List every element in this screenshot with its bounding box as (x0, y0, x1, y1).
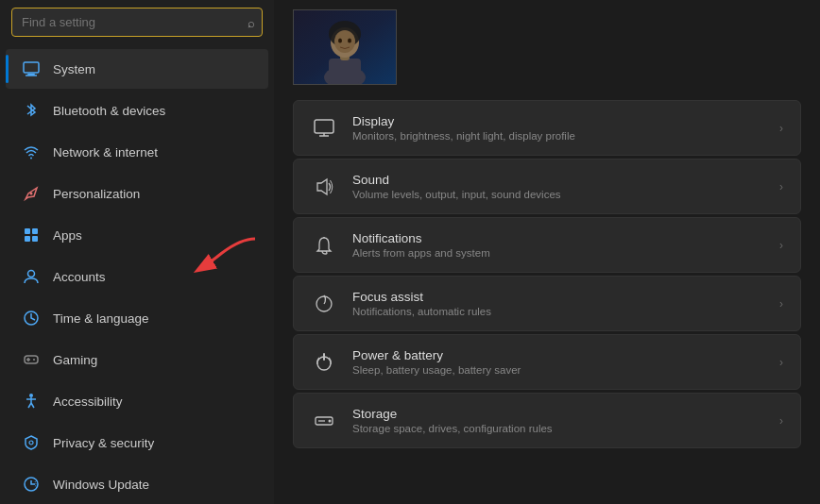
svg-point-20 (29, 441, 33, 445)
settings-row-display[interactable]: Display Monitors, brightness, night ligh… (293, 100, 801, 156)
sidebar-item-gaming[interactable]: Gaming (6, 340, 268, 379)
storage-icon (311, 408, 337, 434)
profile-section (293, 9, 801, 85)
storage-text: Storage Storage space, drives, configura… (352, 407, 553, 434)
sidebar-item-label-personalization: Personalization (53, 187, 140, 201)
sidebar: ⌕ System Bluetooth & devices (0, 0, 274, 504)
update-icon (21, 474, 42, 495)
sidebar-item-accounts[interactable]: Accounts (6, 257, 268, 296)
svg-point-3 (30, 158, 32, 160)
sound-text: Sound Volume levels, output, input, soun… (352, 173, 561, 200)
focus-icon (311, 291, 337, 317)
display-icon (311, 115, 337, 142)
focus-arrow: › (779, 297, 783, 311)
sidebar-item-label-apps: Apps (53, 228, 82, 243)
sidebar-item-label-accounts: Accounts (53, 270, 106, 284)
settings-row-storage[interactable]: Storage Storage space, drives, configura… (293, 393, 801, 448)
svg-point-14 (33, 359, 35, 361)
sidebar-item-personalization[interactable]: Personalization (6, 174, 268, 213)
sidebar-item-privacy[interactable]: Privacy & security (6, 423, 268, 462)
display-title: Display (352, 114, 575, 128)
search-icon: ⌕ (248, 15, 255, 29)
settings-row-power[interactable]: Power & battery Sleep, battery usage, ba… (293, 334, 801, 390)
apps-icon (21, 225, 42, 245)
gaming-icon (21, 349, 42, 370)
storage-title: Storage (352, 407, 553, 421)
notifications-arrow: › (779, 239, 783, 252)
sidebar-item-bluetooth[interactable]: Bluetooth & devices (6, 91, 268, 130)
sound-desc: Volume levels, output, input, sound devi… (352, 189, 561, 200)
sidebar-item-label-network: Network & internet (53, 145, 158, 160)
sound-title: Sound (352, 173, 561, 187)
svg-rect-0 (24, 62, 39, 73)
sidebar-item-label-time: Time & language (53, 311, 149, 326)
time-icon (21, 308, 42, 328)
sidebar-item-update[interactable]: Windows Update (6, 464, 268, 504)
svg-point-29 (338, 39, 342, 43)
settings-row-notifications[interactable]: Notifications Alerts from apps and syste… (293, 217, 801, 273)
display-text: Display Monitors, brightness, night ligh… (352, 114, 575, 142)
svg-point-9 (28, 271, 35, 277)
svg-point-30 (348, 39, 351, 43)
display-desc: Monitors, brightness, night light, displ… (352, 130, 575, 142)
avatar-image (293, 9, 397, 85)
sound-icon (311, 174, 337, 200)
storage-desc: Storage space, drives, configuration rul… (352, 423, 553, 434)
sidebar-item-label-bluetooth: Bluetooth & devices (53, 104, 165, 118)
settings-row-sound[interactable]: Sound Volume levels, output, input, soun… (293, 159, 801, 214)
focus-text: Focus assist Notifications, automatic ru… (352, 290, 491, 317)
svg-marker-34 (317, 179, 327, 194)
sidebar-item-time[interactable]: Time & language (6, 298, 268, 338)
svg-rect-6 (32, 228, 38, 234)
focus-title: Focus assist (352, 290, 491, 304)
notifications-title: Notifications (352, 231, 490, 245)
network-icon (21, 142, 42, 162)
power-icon (311, 349, 337, 376)
power-text: Power & battery Sleep, battery usage, ba… (352, 348, 521, 376)
power-title: Power & battery (352, 348, 521, 362)
sidebar-item-network[interactable]: Network & internet (6, 132, 268, 172)
search-container: ⌕ (11, 8, 263, 37)
sidebar-item-label-gaming: Gaming (53, 353, 97, 367)
svg-point-15 (29, 394, 33, 397)
sidebar-item-label-privacy: Privacy & security (53, 436, 154, 450)
power-arrow: › (779, 356, 783, 369)
svg-point-40 (329, 419, 332, 422)
focus-desc: Notifications, automatic rules (352, 306, 491, 317)
search-input[interactable] (11, 8, 263, 37)
svg-point-4 (30, 193, 33, 195)
svg-rect-7 (25, 236, 30, 242)
privacy-icon (21, 432, 42, 453)
svg-line-19 (31, 403, 34, 408)
sidebar-item-apps[interactable]: Apps (6, 215, 268, 255)
notifications-icon (311, 232, 337, 259)
svg-rect-31 (315, 120, 333, 133)
avatar-svg (293, 9, 397, 85)
avatar-container (293, 9, 397, 85)
sidebar-item-label-accessibility: Accessibility (53, 395, 123, 409)
svg-point-28 (334, 30, 355, 53)
notifications-text: Notifications Alerts from apps and syste… (352, 231, 490, 259)
svg-rect-24 (329, 59, 361, 83)
storage-arrow: › (779, 414, 783, 428)
svg-rect-5 (25, 228, 30, 234)
settings-row-focus[interactable]: Focus assist Notifications, automatic ru… (293, 276, 801, 331)
sidebar-item-label-update: Windows Update (53, 478, 149, 492)
sidebar-item-label-system: System (53, 62, 95, 76)
personalization-icon (21, 183, 42, 204)
power-desc: Sleep, battery usage, battery saver (352, 364, 521, 376)
accounts-icon (21, 266, 42, 287)
sidebar-item-system[interactable]: System (6, 49, 268, 89)
sidebar-item-accessibility[interactable]: Accessibility (6, 381, 268, 421)
accessibility-icon (21, 391, 42, 412)
bluetooth-icon (21, 100, 42, 121)
system-icon (21, 59, 42, 79)
display-arrow: › (779, 122, 783, 135)
svg-line-18 (28, 403, 31, 408)
main-content: Display Monitors, brightness, night ligh… (274, 0, 820, 504)
notifications-desc: Alerts from apps and system (352, 247, 490, 259)
sound-arrow: › (779, 180, 783, 193)
svg-rect-8 (32, 236, 38, 242)
